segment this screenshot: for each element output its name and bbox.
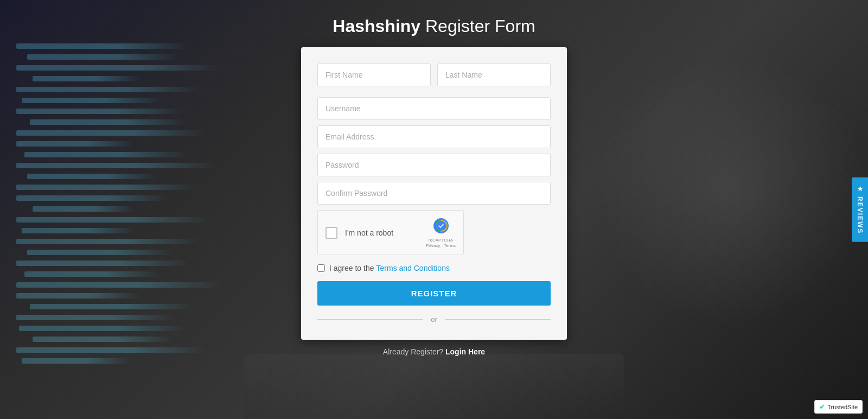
password-input[interactable]: [317, 154, 551, 176]
background-keyboard: [244, 354, 624, 419]
recaptcha-checkbox[interactable]: [326, 227, 337, 239]
divider-line-right: [445, 319, 551, 320]
brand-name: Hashshiny: [333, 16, 420, 36]
name-row: [317, 64, 551, 92]
title-normal: Register Form: [420, 16, 535, 36]
terms-link[interactable]: Terms and Conditions: [376, 264, 450, 272]
page-footer: Already Register? Login Here: [383, 347, 485, 356]
divider-line-left: [317, 319, 423, 320]
confirm-password-input[interactable]: [317, 182, 551, 205]
recaptcha-widget[interactable]: I'm not a robot reCAPTCHA Privacy - Term…: [317, 210, 464, 255]
terms-row: I agree to the Terms and Conditions: [317, 264, 551, 272]
first-name-input[interactable]: [317, 64, 431, 86]
email-input[interactable]: [317, 125, 551, 148]
reviews-tab[interactable]: REVIEWS: [852, 177, 868, 242]
register-form-card: I'm not a robot reCAPTCHA Privacy - Term…: [301, 47, 567, 340]
recaptcha-branding: reCAPTCHA Privacy - Terms: [426, 238, 456, 248]
divider-row: or: [317, 315, 551, 323]
terms-prefix-text: I agree to the: [329, 264, 374, 272]
trusted-site-badge[interactable]: ✔ TrustedSite: [814, 400, 863, 414]
register-button[interactable]: REGISTER: [317, 281, 551, 306]
recaptcha-label: I'm not a robot: [345, 228, 420, 237]
divider-text: or: [431, 315, 437, 323]
username-input[interactable]: [317, 97, 551, 120]
page-title: Hashshiny Register Form: [333, 16, 535, 36]
background-code-left: [16, 43, 222, 369]
login-link[interactable]: Login Here: [445, 347, 485, 356]
trusted-site-label: TrustedSite: [827, 404, 858, 410]
page-title-area: Hashshiny Register Form: [333, 16, 535, 36]
last-name-input[interactable]: [437, 64, 551, 86]
recaptcha-logo: reCAPTCHA Privacy - Terms: [426, 217, 456, 248]
background-laptop: [597, 54, 868, 326]
recaptcha-icon: [432, 217, 450, 238]
trusted-check-icon: ✔: [819, 403, 825, 411]
footer-text: Already Register?: [383, 347, 443, 356]
terms-checkbox[interactable]: [317, 264, 325, 272]
